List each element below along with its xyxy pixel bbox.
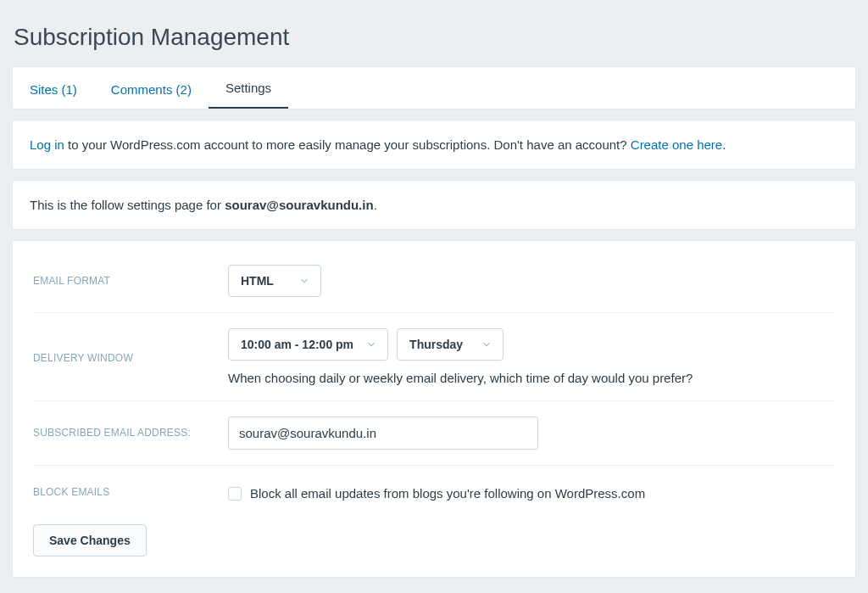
- input-subscribed-email[interactable]: [228, 417, 538, 450]
- chevron-down-icon: [481, 338, 492, 350]
- label-delivery-window: DELIVERY WINDOW: [33, 328, 228, 364]
- select-email-format[interactable]: HTML: [228, 265, 321, 297]
- tab-settings[interactable]: Settings: [209, 67, 288, 109]
- row-email-format: EMAIL FORMAT HTML: [33, 249, 835, 313]
- row-subscribed-email: SUBSCRIBED EMAIL ADDRESS:: [33, 401, 835, 466]
- follow-settings-suffix: .: [374, 198, 377, 212]
- select-email-format-value: HTML: [241, 274, 274, 288]
- follow-settings-notice: This is the follow settings page for sou…: [12, 180, 856, 230]
- select-delivery-day[interactable]: Thursday: [397, 328, 504, 361]
- chevron-down-icon: [298, 275, 310, 287]
- label-block-emails: BLOCK EMAILS: [33, 481, 228, 498]
- label-subscribed-email: SUBSCRIBED EMAIL ADDRESS:: [33, 417, 228, 439]
- save-changes-button[interactable]: Save Changes: [33, 524, 147, 557]
- tab-comments[interactable]: Comments (2): [94, 69, 209, 109]
- chevron-down-icon: [365, 338, 377, 350]
- login-notice-period: .: [722, 137, 726, 152]
- checkbox-block-emails[interactable]: [228, 487, 242, 501]
- create-account-link[interactable]: Create one here: [631, 137, 722, 152]
- follow-settings-email: sourav@souravkundu.in: [225, 198, 374, 212]
- select-delivery-time-value: 10:00 am - 12:00 pm: [241, 338, 353, 351]
- select-delivery-day-value: Thursday: [409, 338, 463, 351]
- row-block-emails: BLOCK EMAILS Block all email updates fro…: [33, 466, 835, 516]
- checkbox-block-emails-label: Block all email updates from blogs you'r…: [250, 486, 645, 501]
- login-notice: Log in to your WordPress.com account to …: [12, 120, 856, 170]
- tabs-list: Sites (1) Comments (2) Settings: [13, 67, 855, 109]
- row-delivery-window: DELIVERY WINDOW 10:00 am - 12:00 pm Thur…: [33, 313, 835, 401]
- tabs-panel: Sites (1) Comments (2) Settings: [12, 66, 856, 109]
- login-link[interactable]: Log in: [30, 137, 64, 152]
- tab-sites[interactable]: Sites (1): [30, 69, 94, 109]
- settings-panel: EMAIL FORMAT HTML DELIVERY WINDOW 10:00 …: [12, 240, 856, 578]
- page-title: Subscription Management: [14, 24, 856, 51]
- delivery-window-helper: When choosing daily or weekly email deli…: [228, 371, 835, 385]
- follow-settings-prefix: This is the follow settings page for: [30, 198, 225, 212]
- select-delivery-time[interactable]: 10:00 am - 12:00 pm: [228, 328, 388, 361]
- label-email-format: EMAIL FORMAT: [33, 265, 228, 287]
- login-notice-text: to your WordPress.com account to more ea…: [64, 137, 631, 152]
